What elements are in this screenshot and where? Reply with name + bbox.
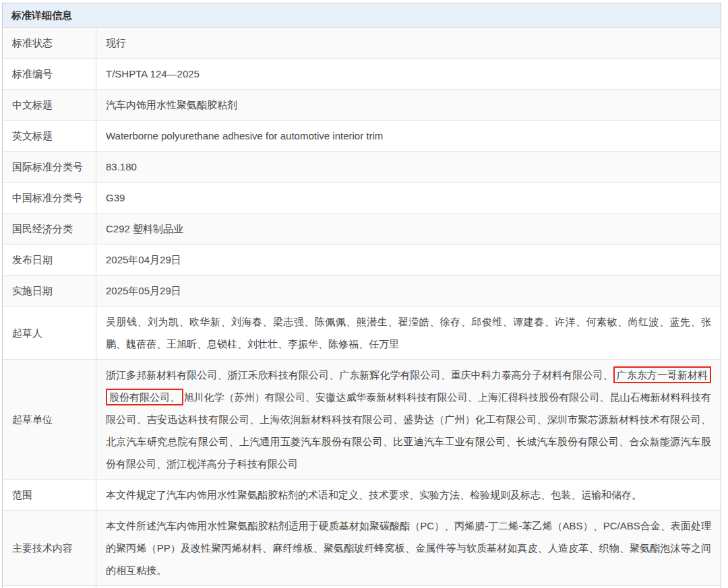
row-publish-date: 发布日期 2025年04月29日 (3, 244, 721, 275)
standard-status-value: 现行 (106, 32, 711, 54)
economy-class-value: C292 塑料制品业 (106, 218, 711, 240)
row-economy-class: 国民经济分类 C292 塑料制品业 (3, 214, 721, 244)
row-chinese-title: 中文标题 汽车内饰用水性聚氨酯胶粘剂 (3, 90, 721, 121)
ccs-number-label: 中国标准分类号 (3, 183, 96, 213)
ccs-number-value: G39 (106, 187, 711, 209)
row-standard-status: 标准状态 现行 (3, 28, 721, 59)
table-header-title: 标准详细信息 (3, 3, 721, 28)
row-standard-number: 标准编号 T/SHPTA 124—2025 (3, 59, 721, 90)
economy-class-label: 国民经济分类 (3, 214, 96, 244)
standard-detail-table: 标准详细信息 标准状态 现行 标准编号 T/SHPTA 124—2025 中文标… (2, 3, 721, 588)
ics-number-value: 83.180 (106, 156, 711, 178)
publish-date-label: 发布日期 (3, 244, 96, 275)
drafting-units-label: 起草单位 (3, 360, 96, 479)
main-technical-content-label: 主要技术内容 (3, 511, 96, 585)
main-technical-content-value: 本文件所述汽车内饰用水性聚氨酯胶粘剂适用于硬质基材如聚碳酸酯（PC）、丙烯腈-丁… (106, 515, 711, 581)
drafting-units-before: 浙江多邦新材料有限公司、浙江禾欣科技有限公司、广东新辉化学有限公司、重庆中科力泰… (106, 369, 613, 381)
row-ccs-number: 中国标准分类号 G39 (3, 183, 721, 214)
standard-status-label: 标准状态 (3, 28, 96, 58)
english-title-value: Waterborne polyurethane adhesive for aut… (106, 125, 711, 147)
publish-date-value: 2025年04月29日 (106, 249, 711, 271)
scope-label: 范围 (3, 480, 96, 510)
chinese-title-value: 汽车内饰用水性聚氨酯胶粘剂 (106, 94, 711, 116)
drafters-label: 起草人 (3, 306, 96, 359)
scope-value: 本文件规定了汽车内饰用水性聚氨酯胶粘剂的术语和定义、技术要求、实验方法、检验规则… (106, 484, 711, 506)
standard-number-label: 标准编号 (3, 59, 96, 89)
english-title-label: 英文标题 (3, 121, 96, 151)
implement-date-value: 2025年05月29日 (106, 280, 711, 302)
standard-number-value: T/SHPTA 124—2025 (106, 63, 711, 85)
implement-date-label: 实施日期 (3, 275, 96, 306)
row-ics-number: 国际标准分类号 83.180 (3, 152, 721, 183)
chinese-title-label: 中文标题 (3, 90, 96, 120)
drafters-value: 吴朋钱、刘为凯、欧华新、刘海春、梁志强、陈佩佩、熊潜生、翟滢皓、徐存、邱俊维、谭… (106, 311, 711, 355)
row-implement-date: 实施日期 2025年05月29日 (3, 275, 721, 306)
drafting-units-after: 旭川化学（苏州）有限公司、安徽达威华泰新材料科技有限公司、上海汇得科技股份有限公… (106, 391, 711, 469)
row-english-title: 英文标题 Waterborne polyurethane adhesive fo… (3, 121, 721, 152)
row-scope: 范围 本文件规定了汽车内饰用水性聚氨酯胶粘剂的术语和定义、技术要求、实验方法、检… (3, 480, 721, 511)
drafting-units-value: 浙江多邦新材料有限公司、浙江禾欣科技有限公司、广东新辉化学有限公司、重庆中科力泰… (106, 364, 711, 475)
row-main-technical-content: 主要技术内容 本文件所述汽车内饰用水性聚氨酯胶粘剂适用于硬质基材如聚碳酸酯（PC… (3, 511, 721, 586)
row-drafting-units: 起草单位 浙江多邦新材料有限公司、浙江禾欣科技有限公司、广东新辉化学有限公司、重… (3, 360, 721, 480)
row-drafters: 起草人 吴朋钱、刘为凯、欧华新、刘海春、梁志强、陈佩佩、熊潜生、翟滢皓、徐存、邱… (3, 306, 721, 360)
ics-number-label: 国际标准分类号 (3, 152, 96, 182)
